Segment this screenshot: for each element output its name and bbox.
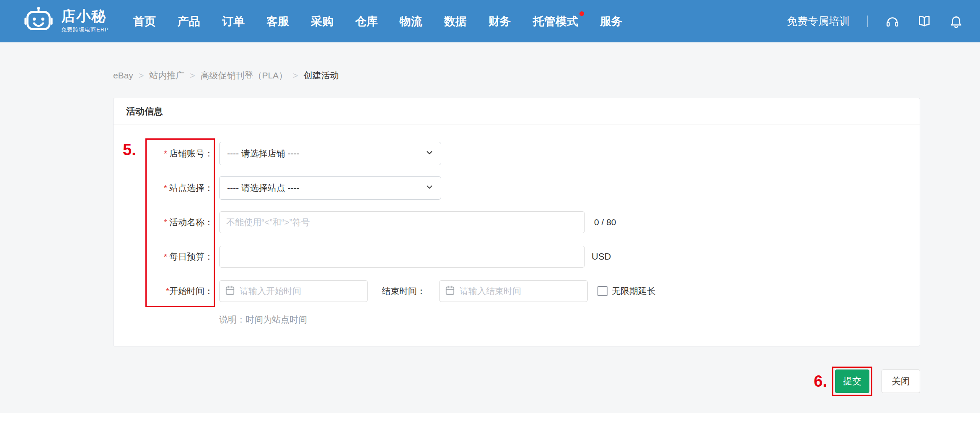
breadcrumb-onsite-promotion[interactable]: 站内推广	[149, 70, 184, 81]
close-button[interactable]: 关闭	[882, 370, 920, 393]
site-select-value: ---- 请选择站点 ----	[227, 182, 300, 194]
main-nav: 首页 产品 订单 客服 采购 仓库 物流 数据 财务 托管模式 服务	[133, 14, 623, 29]
start-time-input[interactable]	[219, 280, 368, 302]
end-time-label: 结束时间：	[382, 285, 426, 297]
chevron-down-icon	[425, 182, 434, 194]
start-time-label-text: 开始时间：	[169, 286, 213, 296]
checkbox-label: 无限期延长	[612, 285, 656, 297]
brand-subtitle: 免费跨境电商ERP	[61, 26, 109, 34]
required-asterisk: *	[164, 252, 167, 261]
footer-actions: 6. 提交 关闭	[113, 367, 920, 396]
breadcrumb-separator: >	[139, 70, 144, 81]
submit-button[interactable]: 提交	[835, 370, 869, 393]
nav-item-purchasing[interactable]: 采购	[311, 14, 334, 29]
nav-item-customer-service[interactable]: 客服	[266, 14, 289, 29]
breadcrumb-pla[interactable]: 高级促销刊登（PLA）	[200, 70, 287, 81]
required-asterisk: *	[166, 286, 169, 296]
end-time-input[interactable]	[439, 280, 588, 302]
notification-dot	[579, 11, 584, 16]
end-time-field[interactable]	[460, 286, 582, 296]
form-row-shop-account: *店铺账号： ---- 请选择店铺 ----	[114, 142, 903, 165]
topbar-right: 免费专属培训	[787, 14, 963, 29]
breadcrumb-ebay[interactable]: eBay	[113, 70, 133, 81]
nav-item-managed-mode-label: 托管模式	[533, 15, 578, 28]
annotation-step5-number: 5.	[123, 141, 136, 159]
required-asterisk: *	[164, 148, 167, 158]
nav-item-warehouse[interactable]: 仓库	[355, 14, 378, 29]
card-title: 活动信息	[114, 98, 920, 125]
shop-account-select[interactable]: ---- 请选择店铺 ----	[219, 142, 441, 165]
site-label-text: 站点选择：	[169, 183, 213, 193]
annotation-box-step6: 提交	[832, 367, 872, 396]
required-asterisk: *	[164, 217, 167, 227]
campaign-info-card: 活动信息 *店铺账号： ---- 请选择店铺 ---- *站点选择：	[113, 98, 920, 346]
page: 店小秘 免费跨境电商ERP 首页 产品 订单 客服 采购 仓库 物流 数据 财务…	[0, 0, 980, 445]
robot-logo-icon	[23, 5, 54, 37]
free-training-link[interactable]: 免费专属培训	[787, 14, 850, 28]
form-row-daily-budget: *每日预算： USD	[114, 245, 903, 268]
top-navigation-bar: 店小秘 免费跨境电商ERP 首页 产品 订单 客服 采购 仓库 物流 数据 财务…	[0, 0, 980, 42]
form-row-time: *开始时间： 结束时间：	[114, 279, 903, 303]
brand-logo[interactable]: 店小秘 免费跨境电商ERP	[23, 5, 109, 37]
nav-item-data[interactable]: 数据	[444, 14, 467, 29]
time-note: 说明：时间为站点时间	[219, 314, 903, 325]
daily-budget-input[interactable]	[219, 246, 585, 268]
calendar-icon	[445, 285, 455, 297]
calendar-icon	[225, 285, 235, 297]
book-icon[interactable]	[917, 14, 931, 29]
shop-account-select-value: ---- 请选择店铺 ----	[227, 148, 300, 159]
campaign-name-label: *活动名称：	[114, 216, 219, 228]
brand-name: 店小秘	[61, 9, 109, 23]
form-row-campaign-name: *活动名称： 0 / 80	[114, 211, 903, 234]
breadcrumb: eBay > 站内推广 > 高级促销刊登（PLA） > 创建活动	[113, 70, 980, 81]
currency-label: USD	[592, 251, 611, 262]
char-counter: 0 / 80	[594, 217, 616, 227]
daily-budget-label-text: 每日预算：	[169, 252, 213, 261]
campaign-name-label-text: 活动名称：	[169, 217, 213, 227]
divider	[867, 16, 868, 27]
nav-item-home[interactable]: 首页	[133, 14, 156, 29]
campaign-form: *店铺账号： ---- 请选择店铺 ---- *站点选择： ---- 请选择站点…	[114, 125, 920, 346]
nav-item-logistics[interactable]: 物流	[400, 14, 422, 29]
start-time-field[interactable]	[240, 286, 362, 296]
start-time-label: *开始时间：	[114, 285, 219, 297]
nav-item-managed-mode[interactable]: 托管模式	[533, 14, 578, 29]
nav-item-products[interactable]: 产品	[178, 14, 200, 29]
campaign-name-input[interactable]	[219, 211, 585, 233]
site-select[interactable]: ---- 请选择站点 ----	[219, 176, 441, 200]
nav-item-services[interactable]: 服务	[600, 14, 623, 29]
headset-icon[interactable]	[885, 14, 900, 29]
nav-item-orders[interactable]: 订单	[222, 14, 245, 29]
chevron-down-icon	[425, 148, 434, 159]
breadcrumb-separator: >	[293, 70, 298, 81]
form-row-site: *站点选择： ---- 请选择站点 ----	[114, 176, 903, 200]
site-label: *站点选择：	[114, 182, 219, 194]
indefinite-extension-checkbox[interactable]: 无限期延长	[597, 285, 656, 297]
bottom-strip	[0, 413, 980, 445]
nav-item-finance[interactable]: 财务	[489, 14, 511, 29]
breadcrumb-create-campaign: 创建活动	[303, 70, 339, 81]
required-asterisk: *	[164, 183, 167, 193]
shop-account-label-text: 店铺账号：	[169, 148, 213, 158]
breadcrumb-separator: >	[190, 70, 195, 81]
daily-budget-label: *每日预算：	[114, 251, 219, 263]
bell-icon[interactable]	[949, 14, 963, 29]
brand-text: 店小秘 免费跨境电商ERP	[61, 9, 109, 34]
checkbox-box[interactable]	[597, 286, 608, 296]
annotation-step6-number: 6.	[814, 372, 827, 390]
